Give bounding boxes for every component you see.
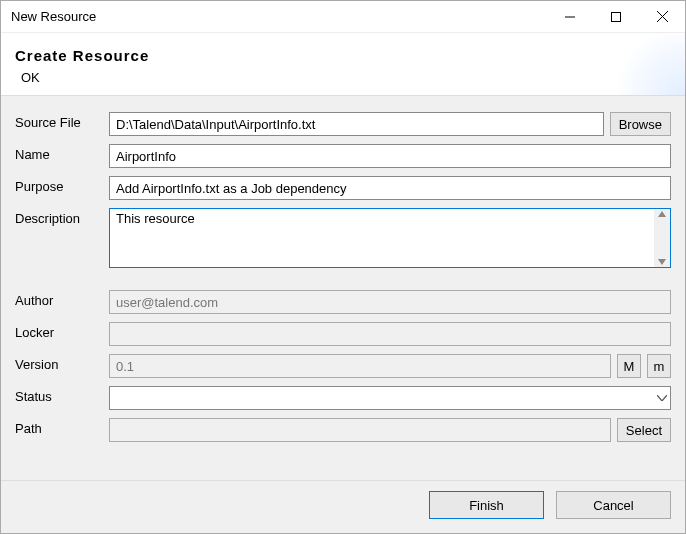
name-label: Name	[15, 144, 103, 162]
finish-button[interactable]: Finish	[429, 491, 544, 519]
maximize-icon	[611, 12, 621, 22]
source-file-input[interactable]	[109, 112, 604, 136]
status-select[interactable]	[109, 386, 671, 410]
browse-button[interactable]: Browse	[610, 112, 671, 136]
close-button[interactable]	[639, 1, 685, 33]
locker-label: Locker	[15, 322, 103, 340]
row-author: Author	[15, 290, 671, 314]
status-select-wrap[interactable]	[109, 386, 671, 410]
version-minor-button[interactable]: m	[647, 354, 671, 378]
minimize-icon	[565, 12, 575, 22]
chevron-down-icon	[657, 395, 667, 401]
description-input[interactable]	[109, 208, 671, 268]
author-input	[109, 290, 671, 314]
titlebar: New Resource	[1, 1, 685, 33]
scroll-down-icon	[658, 259, 666, 265]
row-status: Status	[15, 386, 671, 410]
row-path: Path Select	[15, 418, 671, 442]
locker-input	[109, 322, 671, 346]
description-scrollbar[interactable]	[654, 209, 670, 267]
row-name: Name	[15, 144, 671, 168]
version-major-button[interactable]: M	[617, 354, 641, 378]
description-label: Description	[15, 208, 103, 226]
version-input	[109, 354, 611, 378]
window-title: New Resource	[11, 9, 547, 24]
source-file-label: Source File	[15, 112, 103, 130]
header-subtitle: OK	[21, 70, 671, 85]
purpose-label: Purpose	[15, 176, 103, 194]
close-icon	[657, 11, 668, 22]
row-source-file: Source File Browse	[15, 112, 671, 136]
row-version: Version M m	[15, 354, 671, 378]
header-decoration	[605, 33, 685, 95]
row-locker: Locker	[15, 322, 671, 346]
description-wrap	[109, 208, 671, 268]
version-label: Version	[15, 354, 103, 372]
path-input	[109, 418, 611, 442]
select-path-button[interactable]: Select	[617, 418, 671, 442]
purpose-input[interactable]	[109, 176, 671, 200]
svg-rect-1	[612, 12, 621, 21]
cancel-button[interactable]: Cancel	[556, 491, 671, 519]
header-title: Create Resource	[15, 47, 671, 64]
header: Create Resource OK	[1, 33, 685, 96]
name-input[interactable]	[109, 144, 671, 168]
author-label: Author	[15, 290, 103, 308]
status-label: Status	[15, 386, 103, 404]
row-purpose: Purpose	[15, 176, 671, 200]
row-description: Description	[15, 208, 671, 268]
scroll-up-icon	[658, 211, 666, 217]
maximize-button[interactable]	[593, 1, 639, 33]
form: Source File Browse Name Purpose Descript…	[1, 96, 685, 480]
minimize-button[interactable]	[547, 1, 593, 33]
footer: Finish Cancel	[1, 480, 685, 533]
spacer	[15, 276, 671, 282]
path-label: Path	[15, 418, 103, 436]
dialog: New Resource Create Resource OK Source F…	[0, 0, 686, 534]
window-controls	[547, 1, 685, 33]
